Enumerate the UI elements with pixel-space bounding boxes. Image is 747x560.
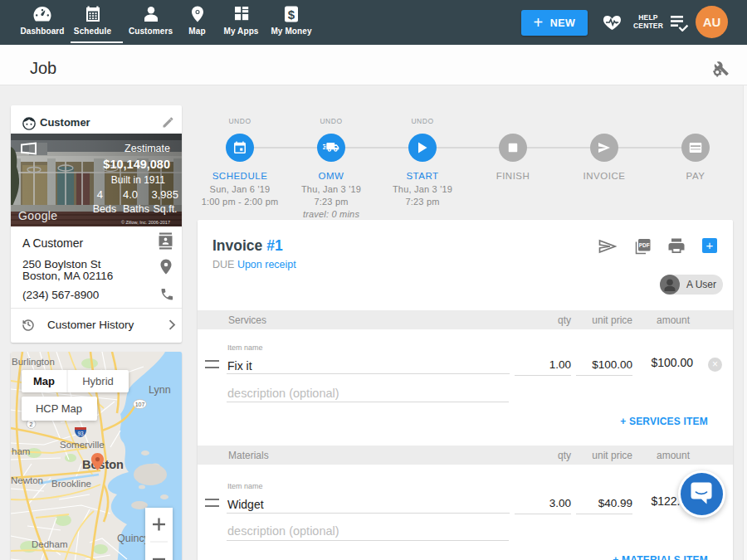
- svg-text:$: $: [288, 7, 295, 22]
- svg-text:$10,149,080: $10,149,080: [103, 158, 170, 171]
- svg-text:2: 2: [30, 421, 33, 427]
- svg-text:Built in 1911: Built in 1911: [111, 174, 165, 186]
- svg-text:4: 4: [97, 188, 103, 201]
- svg-text:Zestimate: Zestimate: [124, 143, 170, 154]
- svg-text:93: 93: [77, 431, 84, 436]
- svg-text:Beds: Beds: [93, 203, 117, 215]
- svg-text:Burlington: Burlington: [12, 357, 55, 367]
- svg-text:Google: Google: [18, 209, 58, 222]
- svg-text:Lynn: Lynn: [149, 384, 171, 396]
- svg-text:© Zillow, Inc. 2006-2017: © Zillow, Inc. 2006-2017: [121, 220, 170, 225]
- svg-text:ham: ham: [12, 446, 30, 456]
- svg-text:107: 107: [135, 402, 145, 407]
- svg-text:Dedham: Dedham: [32, 539, 67, 549]
- svg-text:Somerville: Somerville: [60, 440, 105, 450]
- svg-text:Sq.ft.: Sq.ft.: [153, 203, 177, 215]
- svg-text:Baths: Baths: [123, 203, 149, 215]
- svg-text:3,985: 3,985: [151, 188, 178, 201]
- svg-text:HCP Map: HCP Map: [36, 402, 82, 415]
- svg-text:Hybrid: Hybrid: [82, 375, 114, 387]
- svg-text:Quincy: Quincy: [117, 533, 150, 544]
- svg-text:Newton: Newton: [11, 475, 43, 485]
- svg-text:Map: Map: [33, 375, 55, 387]
- svg-text:4.0: 4.0: [123, 188, 138, 201]
- svg-text:PDF: PDF: [639, 242, 650, 248]
- svg-text:Brookline: Brookline: [51, 479, 91, 489]
